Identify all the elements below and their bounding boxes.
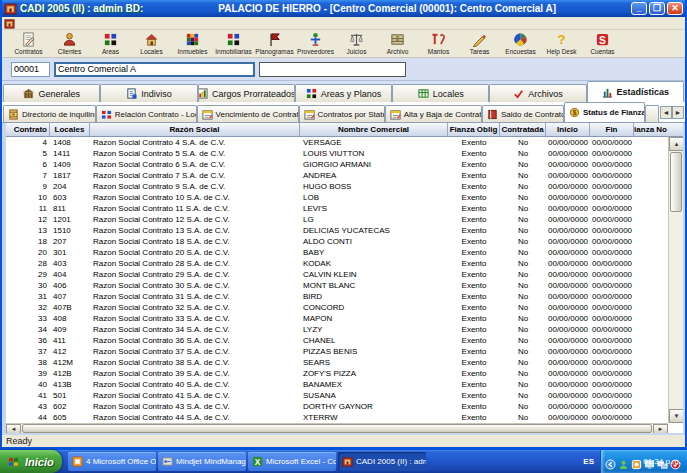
scroll-down-icon[interactable]: ▼ [669, 409, 684, 423]
vertical-scroll-thumb[interactable] [670, 152, 682, 212]
table-row[interactable]: 13 1510 Razon Social Contrato 13 S.A. de… [6, 225, 683, 236]
column-header-contrato[interactable]: Contrato [6, 123, 50, 136]
main-tab-locales[interactable]: Locales [392, 84, 489, 102]
toolbar-button-help-desk[interactable]: ? Help Desk [541, 31, 582, 57]
column-header-fianza-no[interactable]: Fianza No [634, 123, 683, 136]
svg-text:?: ? [557, 32, 565, 47]
office-update-icon[interactable] [631, 456, 642, 467]
column-header-contratada[interactable]: Contratada [500, 123, 546, 136]
calendar-icon [304, 109, 315, 120]
table-row[interactable]: 44 605 Razon Social Contrato 44 S.A. de … [6, 412, 683, 423]
main-tab-areas-y-planos[interactable]: Areas y Planos [295, 84, 392, 102]
sub-tab-e[interactable]: E [645, 105, 659, 122]
scroll-up-icon[interactable]: ▲ [669, 137, 684, 151]
sub-tab-directorio-de-inquilinos[interactable]: Directorio de inquilinos [3, 105, 96, 122]
center-code-input[interactable] [11, 62, 50, 77]
center-name-input[interactable] [54, 62, 255, 77]
table-row[interactable]: 30 406 Razon Social Contrato 30 S.A. de … [6, 280, 683, 291]
toolbar-button-archivo[interactable]: Archivo [377, 31, 418, 57]
sub-tab-relaci-n-contrato-local[interactable]: Relación Contrato - Local [96, 105, 197, 122]
table-row[interactable]: 36 411 Razon Social Contrato 36 S.A. de … [6, 335, 683, 346]
tab-scroll-right-icon[interactable]: ► [672, 106, 684, 119]
toolbar-button-clientes[interactable]: Clientes [49, 31, 90, 57]
column-header-nombre-comercial[interactable]: Nombre Comercial [300, 123, 448, 136]
start-button[interactable]: Inicio [0, 450, 62, 473]
sub-tab-saldo-de-contratos[interactable]: Saldo de Contratos [482, 105, 564, 122]
check-icon [513, 88, 524, 99]
table-row[interactable]: 9 204 Razon Social Contrato 9 S.A. de C.… [6, 181, 683, 192]
column-header-fin[interactable]: Fin [590, 123, 634, 136]
sub-tab-contratos-por-status[interactable]: Contratos por Status [299, 105, 385, 122]
chevron-left-icon[interactable] [605, 456, 616, 467]
main-tab-archivos[interactable]: Archivos [489, 84, 586, 102]
table-row[interactable]: 40 413B Razon Social Contrato 40 S.A. de… [6, 379, 683, 390]
table-row[interactable]: 10 603 Razon Social Contrato 10 S.A. de … [6, 192, 683, 203]
toolbar-button-areas[interactable]: Areas [90, 31, 131, 57]
table-row[interactable]: 29 404 Razon Social Contrato 29 S.A. de … [6, 269, 683, 280]
toolbar-button-locales[interactable]: Locales [131, 31, 172, 57]
column-header-locales[interactable]: Locales [50, 123, 90, 136]
title-bar[interactable]: CADI 2005 (II) : admin BD: PALACIO DE HI… [2, 0, 685, 17]
table-row[interactable]: 41 501 Razon Social Contrato 41 S.A. de … [6, 390, 683, 401]
toolbar-button-inmuebles[interactable]: Inmuebles [172, 31, 213, 57]
user-green-icon[interactable] [618, 456, 629, 467]
table-row[interactable]: 43 602 Razon Social Contrato 43 S.A. de … [6, 401, 683, 412]
toolbar-button-tareas[interactable]: Tareas [459, 31, 500, 57]
language-indicator[interactable]: ES [577, 457, 600, 466]
app-menu-icon [4, 18, 15, 29]
table-row[interactable]: 31 407 Razon Social Contrato 31 S.A. de … [6, 291, 683, 302]
table-row[interactable]: 5 1411 Razon Social Contrato 5 S.A. de C… [6, 148, 683, 159]
main-tab-cargos-prorrateados[interactable]: Cargos Prorrateados [198, 84, 295, 102]
table-row[interactable]: 18 207 Razon Social Contrato 18 S.A. de … [6, 236, 683, 247]
toolbar-button-mantos[interactable]: Mantos [418, 31, 459, 57]
toolbar-button-inmobiliarias[interactable]: Inmobiliarias [213, 31, 254, 57]
toolbar-button-juicios[interactable]: Juicios [336, 31, 377, 57]
table-row[interactable]: 28 403 Razon Social Contrato 28 S.A. de … [6, 258, 683, 269]
scroll-right-icon[interactable]: ► [653, 424, 668, 433]
table-row[interactable]: 12 1201 Razon Social Contrato 12 S.A. de… [6, 214, 683, 225]
toolbar-button-proveedores[interactable]: Proveedores [295, 31, 336, 57]
table-row[interactable]: 7 1817 Razon Social Contrato 7 S.A. de C… [6, 170, 683, 181]
toolbar-button-contratos[interactable]: Contratos [8, 31, 49, 57]
table-row[interactable]: 32 407B Razon Social Contrato 32 S.A. de… [6, 302, 683, 313]
clock[interactable]: 01:34 p.m. [643, 457, 681, 466]
horizontal-scroll-thumb[interactable] [22, 424, 652, 433]
table-row[interactable]: 38 412M Razon Social Contrato 38 S.A. de… [6, 357, 683, 368]
extra-input[interactable] [259, 62, 406, 77]
grid-icon [306, 88, 317, 99]
column-header-razon-social[interactable]: Razón Social [90, 123, 300, 136]
main-tab-estad-sticas[interactable]: Estadísticas [587, 81, 684, 102]
column-header-inicio[interactable]: Inicio [546, 123, 590, 136]
table-row[interactable]: 4 1408 Razon Social Contrato 4 S.A. de C… [6, 137, 683, 148]
tab-scroll-left-icon[interactable]: ◄ [660, 106, 672, 119]
column-header-fianza-oblig[interactable]: Fianza Oblig [448, 123, 500, 136]
toolbar-button-cuentas[interactable]: S Cuentas [582, 31, 623, 57]
sub-tab-status-de-fianzas[interactable]: $ Status de Fianzas [564, 102, 645, 122]
task-button-cadi-2005-ii-adm[interactable]: CADI 2005 (II) : adm... [338, 452, 426, 471]
table-row[interactable]: 6 1409 Razon Social Contrato 6 S.A. de C… [6, 159, 683, 170]
table-row[interactable]: 20 301 Razon Social Contrato 20 S.A. de … [6, 247, 683, 258]
menu-bar [2, 17, 685, 30]
toolbar-button-planogramas[interactable]: Planogramas [254, 31, 295, 57]
status-text: Ready [6, 436, 32, 446]
table-row[interactable]: 34 409 Razon Social Contrato 34 S.A. de … [6, 324, 683, 335]
close-button[interactable]: ✕ [667, 2, 683, 15]
task-button-mindjet-mindmanager[interactable]: Mindjet MindManager... [158, 452, 246, 471]
maximize-button[interactable]: ❐ [649, 2, 665, 15]
table-row[interactable]: 11 811 Razon Social Contrato 11 S.A. de … [6, 203, 683, 214]
sub-tab-vencimiento-de-contratos[interactable]: Vencimiento de Contratos [197, 105, 299, 122]
scroll-left-icon[interactable]: ◄ [6, 424, 21, 433]
main-tab-generales[interactable]: Generales [3, 84, 100, 102]
horizontal-scrollbar[interactable]: ◄ ► [6, 423, 668, 433]
table-row[interactable]: 33 408 Razon Social Contrato 33 S.A. de … [6, 313, 683, 324]
task-button-microsoft-excel-copi[interactable]: X Microsoft Excel - Copi... [248, 452, 336, 471]
sub-tab-alta-y-baja-de-contratos[interactable]: Alta y Baja de Contratos [385, 105, 482, 122]
minimize-button[interactable]: _ [631, 2, 647, 15]
table-row[interactable]: 37 412 Razon Social Contrato 37 S.A. de … [6, 346, 683, 357]
task-button-4-microsoft-office-o[interactable]: 4 Microsoft Office O... ▾ [68, 452, 156, 471]
vertical-scrollbar[interactable]: ▲ ▼ [668, 137, 683, 423]
table-row[interactable]: 39 412B Razon Social Contrato 39 S.A. de… [6, 368, 683, 379]
accounts-icon: S [595, 32, 610, 47]
toolbar-button-encuestas[interactable]: Encuestas [500, 31, 541, 57]
main-tab-indiviso[interactable]: Indiviso [100, 84, 197, 102]
